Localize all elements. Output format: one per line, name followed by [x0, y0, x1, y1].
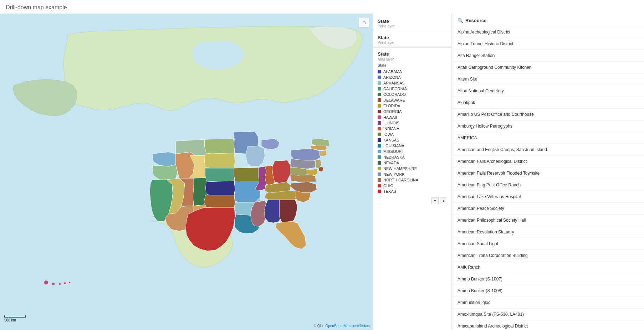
map-attribution: © Qlik: OpenStreetMap contributors [313, 324, 370, 328]
legend-color-box [378, 70, 381, 73]
legend-item[interactable]: COLORADO [378, 92, 447, 97]
legend-color-box [378, 167, 381, 170]
legend-item-label: COLORADO [383, 92, 406, 97]
resource-item[interactable]: Alton National Cemetery [452, 85, 644, 97]
legend-item[interactable]: ILLINOIS [378, 120, 447, 126]
resource-item[interactable]: Amburgy Hollow Petroglyphs [452, 120, 644, 132]
resource-item[interactable]: American Flag Post Office Ranch [452, 179, 644, 191]
resource-item[interactable]: Alpina Archeological District [452, 26, 644, 38]
resource-item[interactable]: AMERICA [452, 132, 644, 144]
legend-state-area-section: State Area layer State ALABAMAARIZONAARK… [373, 50, 451, 196]
legend-color-box [378, 178, 381, 182]
resource-item[interactable]: Ammo Bunker (S-1007) [452, 273, 644, 285]
resource-item[interactable]: Altern Site [452, 73, 644, 85]
resource-item[interactable]: Aluakpak [452, 97, 644, 109]
legend-color-box [378, 190, 381, 193]
map-scale: 500 km [4, 315, 26, 322]
legend-item-label: ALABAMA [383, 69, 402, 74]
legend-item-label: FLORIDA [383, 104, 400, 108]
legend-item[interactable]: DELAWARE [378, 97, 447, 103]
legend-item[interactable]: NEBRASKA [378, 154, 447, 160]
main-content: ⌂ 500 km © Qlik: OpenStreetMap contribut… [0, 14, 644, 330]
legend-item[interactable]: OHIO [378, 183, 447, 189]
legend-item-label: NEW YORK [383, 172, 405, 176]
resource-item[interactable]: Amoxiumqua Site (FS-530, LA481) [452, 309, 644, 320]
svg-point-3 [59, 283, 61, 285]
home-icon: ⌂ [362, 19, 366, 26]
legend-item-label: ILLINOIS [383, 121, 399, 125]
resource-item[interactable]: Ammunition Igloo [452, 297, 644, 309]
legend-nav: ▼ ▲ [373, 196, 451, 206]
legend-divider-1 [373, 31, 451, 31]
resource-item[interactable]: American and English Camps, San Juan Isl… [452, 144, 644, 156]
legend-item[interactable]: KANSAS [378, 137, 447, 143]
resource-item[interactable]: American Peace Society [452, 203, 644, 215]
legend-color-box [378, 150, 381, 153]
legend-item[interactable]: NEW HAMPSHIRE [378, 166, 447, 171]
legend-color-box [378, 121, 381, 125]
svg-point-2 [52, 283, 55, 285]
legend-item[interactable]: TEXAS [378, 189, 447, 194]
attribution-link[interactable]: OpenStreetMap contributors [325, 324, 370, 328]
legend-color-box [378, 81, 381, 85]
resource-item[interactable]: American Falls Reservoir Flooded Townsit… [452, 167, 644, 179]
legend-item[interactable]: FLORIDA [378, 103, 447, 109]
resource-item[interactable]: Alta Ranger Station [452, 50, 644, 62]
legend-color-box [378, 133, 381, 136]
legend-item[interactable]: ALABAMA [378, 69, 447, 74]
resource-item[interactable]: Alpine Tunnel Historic District [452, 38, 644, 50]
resource-panel[interactable]: 🔍 Resource Alpina Archeological District… [452, 14, 644, 330]
legend-section-1-title: State [378, 19, 447, 24]
legend-items-container: ALABAMAARIZONAARKANSASCALIFORNIACOLORADO… [378, 69, 447, 194]
resource-item[interactable]: Anacapa Island Archeological District [452, 320, 644, 330]
legend-divider-2 [373, 47, 451, 48]
resource-item[interactable]: American Revolution Statuary [452, 226, 644, 238]
legend-color-box [378, 184, 381, 187]
legend-item-label: NEBRASKA [383, 155, 405, 159]
legend-item[interactable]: NEW YORK [378, 171, 447, 177]
legend-item[interactable]: IOWA [378, 132, 447, 137]
map-area[interactable]: ⌂ 500 km © Qlik: OpenStreetMap contribut… [0, 14, 373, 330]
legend-section-2-title: State [378, 35, 447, 40]
legend-item[interactable]: ARIZONA [378, 74, 447, 80]
legend-color-box [378, 138, 381, 142]
resource-items-container: Alpina Archeological DistrictAlpine Tunn… [452, 26, 644, 330]
legend-panel[interactable]: State Point layer State Point layer Stat… [373, 14, 452, 330]
legend-nav-next[interactable]: ▲ [440, 197, 447, 204]
legend-color-box [378, 87, 381, 91]
legend-section-1-subtitle: Point layer [378, 24, 447, 28]
legend-nav-prev[interactable]: ▼ [431, 197, 439, 204]
resource-item[interactable]: American Lake Veterans Hospital [452, 191, 644, 203]
resource-item[interactable]: American Philosophical Society Hall [452, 215, 644, 226]
legend-item-label: NEW HAMPSHIRE [383, 166, 417, 171]
legend-item[interactable]: INDIANA [378, 126, 447, 132]
attribution-prefix: © Qlik: [313, 324, 325, 328]
legend-item[interactable]: ARKANSAS [378, 80, 447, 86]
legend-item[interactable]: LOUISIANA [378, 143, 447, 149]
legend-item-label: KANSAS [383, 138, 399, 142]
resource-item[interactable]: AMK Ranch [452, 262, 644, 273]
resource-item[interactable]: American Shoal Light [452, 238, 644, 250]
legend-item[interactable]: NEVADA [378, 160, 447, 166]
legend-item[interactable]: GEORGIA [378, 109, 447, 114]
legend-item-label: NEVADA [383, 161, 399, 165]
resource-item[interactable]: American Falls Archeological District [452, 156, 644, 167]
resource-item[interactable]: Ammo Bunker (S-1008) [452, 285, 644, 297]
legend-item[interactable]: MISSOURI [378, 149, 447, 154]
resource-item[interactable]: Amarillo US Post Office and Courthouse [452, 109, 644, 120]
legend-item-label: DELAWARE [383, 98, 405, 102]
legend-item-label: HAWAII [383, 115, 397, 119]
map-home-button[interactable]: ⌂ [359, 17, 369, 28]
legend-item-label: MISSOURI [383, 149, 403, 154]
legend-item-label: GEORGIA [383, 109, 402, 114]
legend-item[interactable]: CALIFORNIA [378, 86, 447, 92]
legend-color-box [378, 104, 381, 108]
legend-item[interactable]: HAWAII [378, 114, 447, 120]
page-title: Drill-down map example [0, 0, 644, 14]
resource-item[interactable]: American Trona Corporation Building [452, 250, 644, 262]
legend-item-label: TEXAS [383, 189, 396, 194]
resource-item[interactable]: Altair Campground Community Kitchen [452, 62, 644, 73]
app-container: Drill-down map example [0, 0, 644, 330]
legend-item[interactable]: NORTH CAROLINA [378, 177, 447, 183]
legend-color-box [378, 110, 381, 113]
